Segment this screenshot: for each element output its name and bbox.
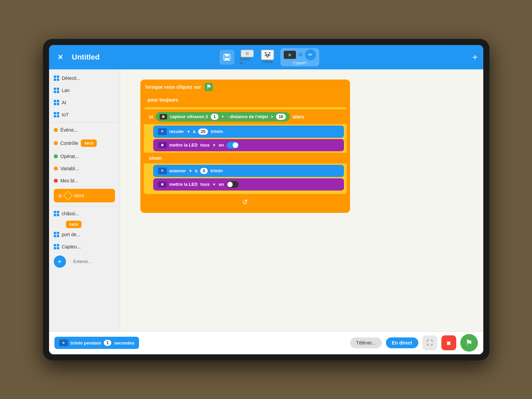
stop-button[interactable]: ■ <box>441 335 456 350</box>
bluetooth-icon: ✱ <box>298 51 303 59</box>
dot-icon <box>54 154 58 158</box>
dropdown-icon[interactable]: ▼ <box>212 182 216 186</box>
motor-icon: ⚙ <box>158 128 167 135</box>
bottom-floating-block[interactable]: ⚙ tr/min pendant 1 secondes <box>54 337 139 349</box>
avancer-block[interactable]: ⚙ avancer ▼ à 0 tr/min <box>153 165 344 177</box>
sidebar-item-chassis[interactable]: châssi... <box>49 207 120 220</box>
extension-add-button[interactable]: + <box>54 256 66 268</box>
avancer-label: avancer <box>169 168 186 173</box>
if-header[interactable]: si ▣ capteur ultrason 2 1 ▼ - distan <box>144 109 347 124</box>
sidebar-si-block-area: si alors <box>49 187 120 204</box>
led-black-block[interactable]: ▣ mettre la LED tous ▼ en <box>153 178 344 191</box>
canvas-area[interactable]: lorsque vous cliquez sur ⚑ pour toujours <box>120 69 483 331</box>
reculer-unit: tr/min <box>211 129 223 134</box>
event-block[interactable]: lorsque vous cliquez sur ⚑ <box>140 80 350 94</box>
separator <box>49 206 120 206</box>
led-color-blue-toggle[interactable] <box>227 142 239 149</box>
televerse-button[interactable]: Télèver... <box>350 337 382 348</box>
tab-cyberpi[interactable]: ▣ ✱ ✏ CyberPi <box>280 48 319 66</box>
fullscreen-icon: ⛶ <box>427 339 433 347</box>
sidebar-item-capteur[interactable]: Capteu... <box>49 241 120 253</box>
blocks-container: lorsque vous cliquez sur ⚑ pour toujours <box>140 80 350 213</box>
dot-icon <box>54 141 58 145</box>
condition-value[interactable]: 10 <box>276 114 286 120</box>
tablet-screen: × Untitled 🖼 Arrière pl... 🐼 <box>49 45 483 354</box>
svg-rect-1 <box>225 54 229 57</box>
dot-icon <box>54 167 58 171</box>
led-blue-block[interactable]: ▣ mettre la LED tous ▼ en <box>153 139 344 151</box>
forever-block[interactable]: pour toujours si ▣ <box>140 94 350 213</box>
sidebar-item-evenement[interactable]: Évène... <box>49 124 120 136</box>
dropdown-arrow-icon[interactable]: ▼ <box>221 115 225 118</box>
sidebar-si-alors-block[interactable]: si alors <box>54 189 115 202</box>
dot-icon <box>54 128 58 132</box>
close-button[interactable]: × <box>54 51 67 63</box>
sidebar-item-operation[interactable]: Opérat... <box>49 150 120 162</box>
cyberpi-icon: ▣ <box>284 51 296 59</box>
svg-rect-2 <box>225 58 229 60</box>
en-direct-button[interactable]: En direct <box>386 337 418 348</box>
run-button[interactable]: ⚑ <box>460 334 478 352</box>
grid-icon <box>54 75 59 81</box>
dropdown-icon[interactable]: ▼ <box>189 169 192 173</box>
fullscreen-button[interactable]: ⛶ <box>422 335 437 350</box>
avancer-unit: tr/min <box>210 168 223 173</box>
sidebar-item-mes-blocs[interactable]: Mes bl... <box>49 175 120 187</box>
secs-badge-2: secs <box>66 221 82 228</box>
separator <box>49 122 120 123</box>
led-target: tous <box>200 142 209 148</box>
diamond-placeholder <box>63 191 72 200</box>
green-flag-icon: ⚑ <box>205 83 213 91</box>
bottom-block-label: tr/min pendant <box>71 340 101 346</box>
tab-arriere-plan[interactable]: 🖼 Arrière pl... <box>240 50 255 65</box>
grid-icon <box>54 244 59 249</box>
app-header: × Untitled 🖼 Arrière pl... 🐼 <box>49 45 483 69</box>
sidebar-item-lan[interactable]: Lan <box>49 84 120 96</box>
grid-icon <box>54 88 59 93</box>
led-label: mettre la LED <box>169 142 198 148</box>
sidebar-secs-2-area: secs <box>49 220 120 228</box>
edit-button[interactable]: ✏ <box>305 49 316 60</box>
led-label: mettre la LED <box>169 182 198 187</box>
main-content: Détecti... Lan AI <box>49 69 483 331</box>
save-button[interactable] <box>219 50 234 65</box>
dropdown-icon[interactable]: ▼ <box>212 143 216 147</box>
add-button[interactable]: + <box>472 52 478 63</box>
grid-icon <box>54 100 59 105</box>
led-prep: en <box>219 182 224 187</box>
app-title: Untitled <box>72 53 214 62</box>
event-text: lorsque vous cliquez sur <box>146 84 201 90</box>
sensor-label: capteur ultrason 2 <box>170 114 208 119</box>
secs-badge: secs <box>81 139 97 147</box>
grid-icon <box>54 211 59 216</box>
avancer-value[interactable]: 0 <box>200 168 208 174</box>
sidebar-item-iot[interactable]: IoT <box>49 109 120 121</box>
reculer-block[interactable]: ⚙ reculer ▼ à 25 tr/min <box>153 126 344 138</box>
extension-label[interactable]: Extensi... <box>69 256 96 267</box>
sidebar: Détecti... Lan AI <box>49 69 120 331</box>
sidebar-item-ai[interactable]: AI <box>49 96 120 109</box>
sensor-num[interactable]: 1 <box>211 114 218 120</box>
tab-panda[interactable]: 🐼 Panda <box>260 50 275 65</box>
extension-area: + Extensi... <box>49 253 120 270</box>
distance-label: - distance de l'objet <box>227 114 268 119</box>
stop-icon: ■ <box>446 339 450 347</box>
led-color-black-toggle[interactable] <box>227 181 239 188</box>
dot-icon <box>54 179 58 183</box>
reculer-label: reculer <box>169 129 184 134</box>
bottom-bar: ⚙ tr/min pendant 1 secondes Télèver... E… <box>49 331 483 354</box>
sidebar-item-detection[interactable]: Détecti... <box>49 72 120 84</box>
reculer-value[interactable]: 25 <box>198 129 208 135</box>
led-icon: ▣ <box>158 142 167 148</box>
sidebar-item-port[interactable]: port de... <box>49 228 120 241</box>
forever-label: pour toujours <box>140 94 350 105</box>
grid-icon <box>54 232 59 237</box>
dropdown-icon[interactable]: ▼ <box>187 130 190 134</box>
led-prep: en <box>219 142 224 148</box>
condition-block[interactable]: ▣ capteur ultrason 2 1 ▼ - distance de l… <box>156 112 290 121</box>
bottom-block-value[interactable]: 1 <box>104 340 112 346</box>
operator: > <box>271 114 273 119</box>
motor-icon-bottom: ⚙ <box>59 339 68 346</box>
sidebar-item-controle[interactable]: Contrôle secs <box>49 136 120 150</box>
sidebar-item-variable[interactable]: Variabl... <box>49 162 120 175</box>
